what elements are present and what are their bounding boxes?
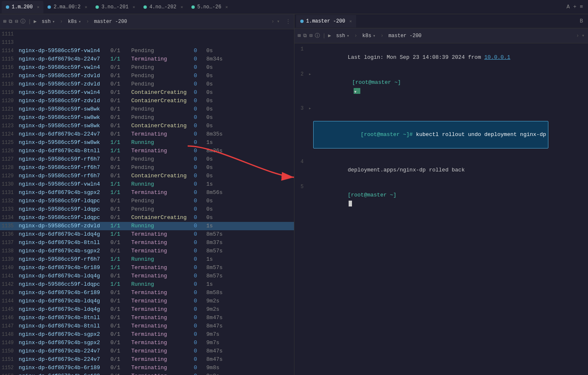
pod-ready: 0/1	[111, 297, 131, 305]
pod-status: Pending	[131, 197, 194, 205]
dropdown-indicator[interactable]: ▾	[354, 88, 360, 94]
pod-age: 0s	[206, 156, 213, 163]
pod-age: 9m2s	[206, 297, 219, 305]
pod-restarts: 0	[194, 331, 206, 338]
info-icon[interactable]: ⓘ	[20, 18, 25, 25]
pod-age: 8m58s	[206, 289, 223, 297]
pod-status: Running	[131, 281, 194, 288]
tab-close-1[interactable]: ✕	[37, 5, 39, 10]
tab-extra-a[interactable]: A	[567, 4, 570, 10]
tab-2[interactable]: 2.ma…00:2 ✕	[43, 1, 91, 13]
expand-icon-3[interactable]: ▸	[309, 104, 312, 113]
master-btn-left[interactable]: master -200	[92, 18, 130, 25]
left-terminal[interactable]: 111111131114nginx-dp-59586cc59f-vwln40/1…	[0, 29, 294, 375]
pod-status: Terminating	[131, 189, 194, 196]
right-split-h-icon[interactable]: ⧉	[303, 33, 307, 39]
right-master-btn[interactable]: master -200	[386, 32, 424, 40]
right-line-num-5: 5	[296, 183, 309, 191]
tab-1[interactable]: 1.m…200 ✕	[2, 1, 43, 13]
right-line-num-1: 1	[296, 45, 309, 53]
right-play-icon[interactable]: ▶	[328, 33, 331, 39]
right-tab-close-1[interactable]: ✕	[349, 19, 352, 24]
pod-name: nginx-dp-59586cc59f-rf6h7	[19, 164, 111, 171]
pod-status: Pending	[131, 72, 194, 80]
pod-age: 8m57s	[206, 264, 223, 272]
tab-close-3[interactable]: ✕	[133, 5, 135, 10]
pod-restarts: 0	[194, 55, 206, 63]
right-terminal[interactable]: 1 Last login: Mon Sep 23 14:08:39 2024 f…	[294, 43, 588, 375]
pod-status: Pending	[131, 114, 194, 121]
table-row: 1131nginx-dp-6df8679c4b-sgpx21/1Terminat…	[0, 189, 294, 197]
play-icon[interactable]: ▶	[34, 18, 37, 25]
ssh-btn[interactable]: ssh ▾	[39, 18, 58, 25]
pod-ready: 1/1	[111, 181, 131, 188]
table-row: 1149nginx-dp-6df8679c4b-sgpx20/1Terminat…	[0, 339, 294, 347]
result-text: deployment.apps/nginx-dp rolled back	[348, 167, 465, 173]
tab-4[interactable]: 4.no…-202 ✕	[139, 1, 187, 13]
pod-restarts: 0	[194, 297, 206, 305]
pod-restarts: 0	[194, 156, 206, 163]
table-row: 1113	[0, 38, 294, 47]
table-row: 1138nginx-dp-6df8679c4b-sgpx20/1Terminat…	[0, 247, 294, 255]
split-h-icon[interactable]: ⧉	[9, 19, 13, 25]
line-number: 1151	[2, 356, 19, 363]
pod-status: ContainerCreating	[131, 214, 194, 221]
pod-age: 0s	[206, 72, 213, 80]
pod-restarts: 0	[194, 106, 206, 113]
pod-name: nginx-dp-59586cc59f-rf6h7	[19, 172, 111, 180]
pod-ready: 1/1	[111, 281, 131, 288]
pod-age: 1s	[206, 281, 213, 288]
right-info-icon[interactable]: ⓘ	[315, 32, 320, 39]
pod-age: 8m35s	[206, 131, 223, 138]
table-row: 1129nginx-dp-59586cc59f-rf6h70/1Containe…	[0, 172, 294, 180]
right-tab-extra-b[interactable]: B	[580, 18, 583, 24]
right-new-window-icon[interactable]: ⊞	[298, 33, 301, 39]
table-row: 1124nginx-dp-6df8679c4b-224v70/1Terminat…	[0, 130, 294, 138]
pod-restarts: 0	[194, 197, 206, 205]
pod-ready: 0/1	[111, 81, 131, 88]
right-k8s-btn[interactable]: k8s ▾	[360, 32, 378, 40]
k8s-btn[interactable]: k8s ▾	[65, 18, 84, 25]
prompt-5: [root@master ~]	[348, 192, 397, 198]
pod-ready: 1/1	[111, 231, 131, 238]
tab-3[interactable]: 3.no…-201 ✕	[91, 1, 139, 13]
pod-age: 0s	[206, 106, 213, 113]
right-split-v-icon[interactable]: ⊟	[309, 33, 312, 39]
line-number: 1138	[2, 247, 19, 255]
pod-ready: 1/1	[111, 55, 131, 63]
line-number: 1116	[2, 64, 19, 71]
pod-restarts: 0	[194, 97, 206, 105]
right-ssh-btn[interactable]: ssh ▾	[334, 32, 352, 40]
tab-add[interactable]: +	[573, 4, 576, 10]
pod-name: nginx-dp-59586cc59f-sw8wk	[19, 106, 111, 113]
tab-close-2[interactable]: ✕	[85, 5, 87, 10]
cmd-prompt: [root@master ~]#	[361, 131, 416, 138]
right-tab-1[interactable]: 1.master -200 ✕	[296, 15, 356, 28]
tab-close-4[interactable]: ✕	[181, 5, 183, 10]
app-container: 1.m…200 ✕ 2.ma…00:2 ✕ 3.no…-201 ✕ 4.no…-…	[0, 0, 588, 375]
split-v-icon[interactable]: ⊟	[15, 18, 18, 25]
table-row: 1136nginx-dp-6df8679c4b-ldq4g1/1Terminat…	[0, 230, 294, 239]
pod-restarts: 0	[194, 372, 206, 375]
table-row: 1141nginx-dp-6df8679c4b-ldq4g0/1Terminat…	[0, 272, 294, 280]
more-icon[interactable]: ⋮	[282, 18, 291, 25]
tab-5[interactable]: 5.no…-26 ✕	[187, 1, 232, 13]
new-window-icon[interactable]: ⊞	[3, 18, 6, 25]
pod-age: 0s	[206, 114, 213, 121]
pod-restarts: 0	[194, 172, 206, 180]
pod-age: 1s	[206, 256, 213, 263]
table-row: 1152nginx-dp-6df8679c4b-6r1890/1Terminat…	[0, 364, 294, 372]
pod-ready: 0/1	[111, 106, 131, 113]
pod-age: 1s	[206, 222, 213, 230]
pod-name: nginx-dp-6df8679c4b-224v7	[19, 356, 111, 363]
pod-age: 0s	[206, 206, 213, 213]
pod-restarts: 0	[194, 222, 206, 230]
right-line-3: 3 ▸ [root@master ~]# kubectl rollout und…	[296, 104, 586, 157]
pod-status: Terminating	[131, 347, 194, 355]
tab-menu[interactable]: ≡	[580, 4, 583, 10]
ip-link[interactable]: 10.0.0.1	[484, 54, 510, 60]
expand-icon-2[interactable]: ▸	[309, 70, 312, 78]
table-row: 1118nginx-dp-59586cc59f-zdvld0/1Pending0…	[0, 80, 294, 88]
tab-close-5[interactable]: ✕	[226, 5, 228, 10]
tab-dot-3	[95, 5, 99, 9]
